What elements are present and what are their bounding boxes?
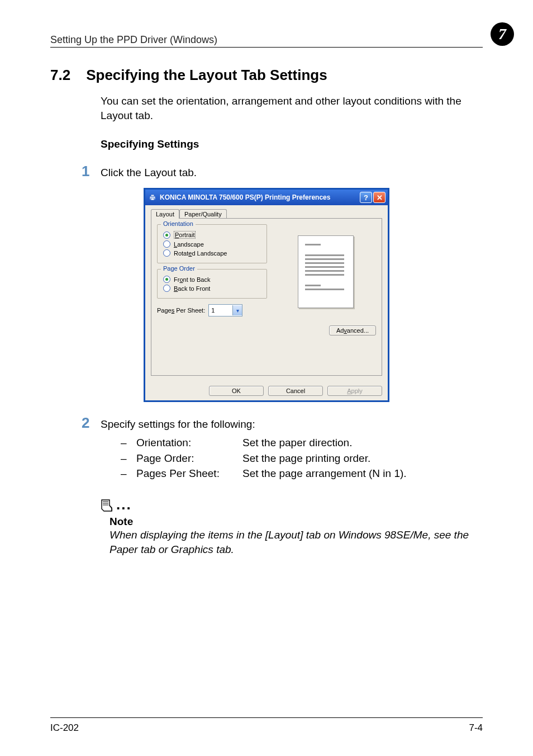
pages-per-sheet-label: Pages Per Sheet: — [157, 307, 205, 314]
dialog-title: KONICA MINOLTA 750/600 PS(P) Printing Pr… — [160, 193, 330, 201]
list-item: – Page Order: Set the page printing orde… — [121, 451, 483, 466]
section-intro: You can set the orientation, arrangement… — [101, 94, 483, 122]
dialog-figure: KONICA MINOLTA 750/600 PS(P) Printing Pr… — [144, 188, 389, 402]
titlebar: KONICA MINOLTA 750/600 PS(P) Printing Pr… — [145, 190, 388, 205]
radio-portrait[interactable] — [163, 231, 170, 239]
footer-left: IC-202 — [50, 722, 79, 734]
section-title: Specifying the Layout Tab Settings — [86, 67, 327, 84]
subheading: Specifying Settings — [101, 138, 483, 150]
list-item: – Pages Per Sheet: Set the page arrangem… — [121, 466, 483, 481]
note-icon: ... — [98, 496, 132, 513]
tab-panel: Orientation Portrait Landscape — [151, 218, 382, 376]
setting-desc: Set the page printing order. — [242, 451, 483, 466]
pages-per-sheet-value: 1 — [211, 307, 215, 314]
radio-front-to-back[interactable] — [163, 276, 170, 283]
step-text-2: Specify settings for the following: — [101, 418, 255, 431]
step-number-1: 1 — [50, 163, 101, 180]
radio-back-to-front[interactable] — [163, 285, 170, 292]
chevron-down-icon: ▾ — [232, 305, 242, 315]
step-number-2: 2 — [50, 414, 101, 432]
setting-label: Pages Per Sheet: — [136, 466, 242, 481]
section-number: 7.2 — [50, 67, 70, 84]
printer-icon — [149, 193, 156, 201]
cancel-button[interactable]: Cancel — [268, 386, 323, 396]
setting-desc: Set the paper direction. — [242, 435, 483, 451]
radio-front-to-back-label: Front to Back — [174, 276, 210, 283]
list-item: – Orientation: Set the paper direction. — [121, 435, 483, 451]
step-text-1: Click the Layout tab. — [101, 167, 197, 179]
orientation-legend: Orientation — [161, 220, 196, 227]
advanced-button[interactable]: Advanced... — [329, 325, 376, 336]
note-heading: Note — [110, 516, 483, 528]
help-button[interactable]: ? — [360, 192, 372, 203]
close-button[interactable]: ✕ — [373, 192, 386, 203]
settings-list: – Orientation: Set the paper direction. … — [121, 435, 483, 481]
radio-landscape[interactable] — [163, 240, 170, 248]
apply-button: Apply — [327, 386, 382, 396]
svg-rect-2 — [151, 198, 154, 200]
radio-rotated-landscape[interactable] — [163, 249, 170, 257]
running-header: Setting Up the PPD Driver (Windows) — [50, 34, 217, 46]
tab-paper-quality[interactable]: Paper/Quality — [179, 209, 227, 219]
orientation-group: Orientation Portrait Landscape — [157, 224, 267, 263]
note-dots: ... — [116, 496, 132, 513]
radio-back-to-front-label: Back to Front — [174, 285, 210, 292]
setting-label: Page Order: — [136, 451, 242, 466]
chapter-number: 7 — [498, 25, 506, 43]
printing-preferences-dialog: KONICA MINOLTA 750/600 PS(P) Printing Pr… — [144, 188, 389, 402]
pages-per-sheet-select[interactable]: 1 ▾ — [208, 304, 242, 316]
svg-rect-1 — [151, 195, 154, 196]
setting-label: Orientation: — [136, 435, 242, 451]
chapter-badge: 7 — [491, 22, 514, 46]
page-order-legend: Page Order — [161, 265, 197, 272]
radio-portrait-label: Portrait — [174, 231, 196, 239]
radio-landscape-label: Landscape — [174, 241, 204, 248]
note-text: When displaying the items in the [Layout… — [110, 528, 483, 556]
radio-rotated-label: Rotated Landscape — [174, 250, 227, 257]
footer-right: 7-4 — [469, 722, 483, 734]
ok-button[interactable]: OK — [209, 386, 264, 396]
page-order-group: Page Order Front to Back Back to Front — [157, 269, 267, 299]
layout-preview — [298, 235, 365, 319]
tab-layout[interactable]: Layout — [151, 209, 179, 219]
setting-desc: Set the page arrangement (N in 1). — [242, 466, 483, 481]
